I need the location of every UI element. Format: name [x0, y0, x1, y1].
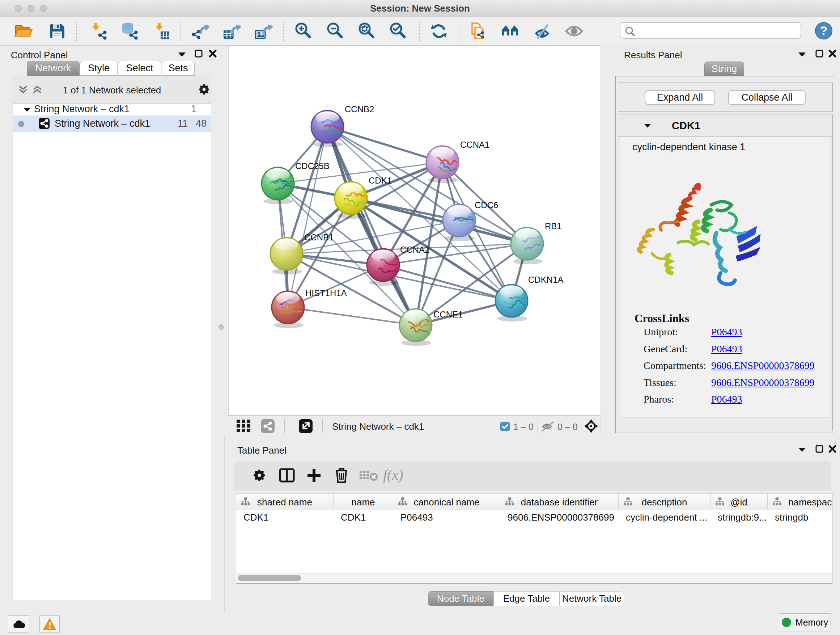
left-splitter-handle[interactable] [218, 325, 224, 330]
import-network-database-button[interactable] [120, 22, 139, 41]
selected-checkbox-icon[interactable] [500, 422, 510, 431]
network-selected-summary: 1 of 1 Network selected [13, 85, 211, 96]
graph-edge[interactable] [288, 307, 416, 325]
save-session-button[interactable] [48, 22, 66, 41]
column-header-shared-name[interactable]: shared name [236, 494, 333, 510]
cloud-status-button[interactable] [8, 616, 29, 633]
export-image-button[interactable] [254, 22, 273, 41]
table-delete-icon[interactable] [333, 467, 349, 484]
column-header--id[interactable]: @id [711, 494, 767, 510]
search-input[interactable] [620, 22, 801, 39]
table-row[interactable]: CDK1CDK1P064939606.ENSP00000378699cyclin… [236, 510, 832, 524]
open-session-button[interactable] [14, 22, 33, 41]
table-add-icon[interactable] [306, 467, 322, 483]
tab-network-table[interactable]: Network Table [560, 591, 624, 606]
copy-style-button[interactable] [469, 22, 488, 41]
graph-node-CCNA2[interactable]: CCNA2 [367, 245, 429, 286]
tab-node-table[interactable]: Node Table [428, 591, 493, 606]
column-header-canonical-name[interactable]: canonical name [393, 494, 500, 510]
table-panel-menu-icon[interactable] [797, 447, 807, 452]
help-button[interactable]: ? [815, 22, 833, 40]
network-canvas[interactable]: CCNB2CCNA1CDC25BCDK1CDC6RB1CCNB1CCNA2CDK… [228, 46, 600, 415]
export-table-button[interactable] [222, 22, 241, 41]
zoom-in-button[interactable] [294, 22, 313, 41]
toolbar-separator [459, 21, 459, 41]
crosslink-link[interactable]: P06493 [711, 394, 742, 405]
node-label: CDK1 [369, 176, 392, 185]
column-header-namespace[interactable]: namespace [767, 494, 832, 510]
zoom-out-button[interactable] [326, 22, 345, 41]
gene-description: cyclin-dependent kinase 1 [632, 141, 745, 153]
hide-selected-button[interactable] [533, 22, 552, 41]
gene-collapse-icon[interactable] [643, 123, 652, 128]
toolbar-separator [419, 21, 420, 41]
toolbar-separator [76, 21, 77, 41]
show-all-button[interactable] [565, 22, 584, 41]
network-list-header: 1 of 1 Network selected [13, 76, 211, 103]
first-neighbors-button[interactable] [501, 22, 520, 41]
control-panel-float-icon[interactable] [194, 49, 203, 58]
table-panel-close-icon[interactable] [828, 445, 837, 453]
crosslinks-heading: CrossLinks [635, 312, 689, 325]
crosslink-link[interactable]: P06493 [711, 343, 742, 355]
node-label: CCNB1 [304, 233, 333, 242]
table-toolbar: f(x) [234, 461, 831, 491]
export-network-button[interactable] [191, 22, 210, 41]
crosslink-row: Compartments:9606.ENSP00000378699 [620, 358, 831, 375]
tab-select[interactable]: Select [118, 61, 161, 76]
column-header-description[interactable]: description [619, 494, 711, 510]
refresh-layout-button[interactable] [429, 22, 448, 41]
expand-all-button[interactable]: Expand All [645, 90, 715, 105]
tab-sets[interactable]: Sets [162, 61, 195, 76]
crosslink-row: Tissues:9606.ENSP00000378699 [620, 375, 831, 392]
table-horizontal-scrollbar[interactable] [237, 573, 832, 583]
hidden-nodes-edges-count: 0 – 0 [557, 422, 578, 432]
crosslink-link[interactable]: P06493 [711, 326, 742, 338]
column-header-database-identifier[interactable]: database identifier [500, 494, 619, 510]
open-in-window-icon[interactable] [299, 419, 313, 433]
table-columns-icon[interactable] [279, 467, 295, 483]
network-view-toolbar: String Network – cdk1 1 – 0 0 – 0 [228, 415, 600, 437]
results-panel-close-icon[interactable] [828, 49, 837, 58]
control-panel-title: Control Panel [11, 50, 68, 61]
import-network-file-button[interactable] [89, 22, 108, 41]
results-panel-float-icon[interactable] [815, 49, 824, 58]
network-birdseye-icon[interactable] [261, 419, 275, 433]
import-table-file-button[interactable] [152, 22, 171, 41]
table-panel: Table Panel f(x) shared namenamecanonica… [224, 436, 840, 612]
crosslink-link[interactable]: 9606.ENSP00000378699 [711, 360, 814, 371]
network-options-gear-icon[interactable] [198, 83, 210, 96]
network-row[interactable]: String Network – cdk1 11 48 [13, 116, 211, 132]
table-gear-icon[interactable] [253, 468, 267, 483]
cytoscape-window: Session: New Session [0, 0, 840, 635]
scrollbar-thumb[interactable] [238, 575, 301, 581]
warnings-button[interactable] [39, 616, 60, 633]
tab-style[interactable]: Style [80, 61, 118, 76]
results-panel-menu-icon[interactable] [797, 51, 807, 57]
zoom-fit-button[interactable] [358, 22, 377, 41]
graph-node-HIST1H1A[interactable]: HIST1H1A [272, 288, 347, 328]
column-header-name[interactable]: name [333, 494, 393, 510]
fit-selected-crosshair-icon[interactable] [584, 419, 598, 433]
graph-edge[interactable] [327, 127, 442, 162]
table-panel-float-icon[interactable] [815, 445, 824, 453]
collection-expand-icon[interactable] [23, 107, 32, 112]
graph-node-CDKN1A[interactable]: CDKN1A [495, 275, 563, 321]
tab-network[interactable]: Network [27, 61, 80, 76]
crosslink-link[interactable]: 9606.ENSP00000378699 [711, 377, 814, 388]
collapse-all-button[interactable]: Collapse All [728, 90, 806, 105]
crosslink-label: Compartments: [644, 360, 706, 371]
main-toolbar: ? [0, 17, 840, 46]
control-panel-menu-icon[interactable] [177, 51, 187, 57]
selected-nodes-edges-count: 1 – 0 [513, 422, 534, 432]
graph-node-RB1[interactable]: RB1 [511, 221, 562, 264]
control-panel-close-icon[interactable] [208, 49, 217, 58]
grid-view-icon[interactable] [237, 420, 251, 433]
tab-edge-table[interactable]: Edge Table [493, 591, 560, 606]
network-collection-row[interactable]: String Network – cdk1 1 [13, 103, 211, 116]
node-label: CCNB2 [345, 104, 374, 114]
zoom-selected-button[interactable] [389, 22, 408, 41]
tab-string[interactable]: String [704, 62, 744, 76]
memory-button[interactable]: Memory [779, 613, 831, 631]
gene-section-header[interactable]: CDK1 [618, 114, 832, 137]
